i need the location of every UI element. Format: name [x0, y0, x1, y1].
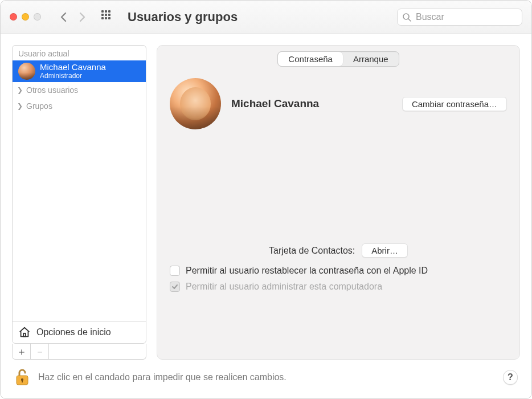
add-remove-row: ＋ －	[12, 344, 146, 360]
login-options-label: Opciones de inicio	[36, 327, 111, 337]
zoom-window-button	[34, 13, 41, 21]
detail-panel: Contraseña Arranque Michael Cavanna Camb…	[157, 45, 520, 360]
lock-icon[interactable]	[14, 368, 30, 387]
allow-appleid-reset-label: Permitir al usuario restablecer la contr…	[186, 266, 428, 276]
minimize-window-button[interactable]	[22, 13, 29, 21]
sidebar-label-other-users: Otros usuarios	[26, 85, 78, 95]
sidebar-section-current-user: Usuario actual	[13, 46, 146, 60]
allow-admin-row: Permitir al usuario administrar esta com…	[170, 282, 507, 292]
allow-admin-checkbox	[170, 282, 180, 292]
forward-button[interactable]	[75, 10, 89, 24]
sidebar-item-other-users[interactable]: ❯ Otros usuarios	[13, 82, 146, 98]
allow-admin-label: Permitir al usuario administrar esta com…	[186, 282, 382, 292]
search-icon	[402, 13, 411, 24]
svg-rect-2	[23, 333, 26, 337]
house-icon	[18, 326, 31, 339]
chevron-right-icon: ❯	[17, 86, 23, 94]
checkbox-section: Permitir al usuario restablecer la contr…	[157, 258, 519, 304]
user-avatar-small	[18, 63, 35, 80]
search-input[interactable]	[397, 9, 522, 26]
content-body: Usuario actual Michael Cavanna Administr…	[1, 34, 531, 398]
tab-bar: Contraseña Arranque	[277, 51, 399, 67]
lock-hint-text: Haz clic en el candado para impedir que …	[38, 372, 287, 382]
sidebar-item-current-user[interactable]: Michael Cavanna Administrador	[13, 60, 146, 82]
close-window-button[interactable]	[10, 13, 17, 21]
tab-startup[interactable]: Arranque	[343, 52, 399, 66]
contacts-card-row: Tarjeta de Contactos: Abrir…	[256, 243, 420, 258]
open-contacts-button[interactable]: Abrir…	[362, 243, 408, 258]
users-groups-prefpane: Usuarios y grupos Usuario actual Michael…	[0, 0, 532, 399]
login-options-button[interactable]: Opciones de inicio	[13, 321, 146, 343]
change-password-button[interactable]: Cambiar contraseña…	[402, 97, 507, 111]
svg-rect-6	[22, 380, 23, 382]
show-all-prefs-button[interactable]	[101, 10, 115, 24]
back-button[interactable]	[57, 10, 71, 24]
user-display-name: Michael Cavanna	[231, 97, 319, 110]
svg-line-1	[408, 19, 411, 21]
sidebar-user-name: Michael Cavanna	[40, 63, 106, 72]
footer-row: Haz clic en el candado para impedir que …	[12, 360, 520, 392]
chevron-right-icon: ❯	[17, 102, 23, 110]
titlebar: Usuarios y grupos	[1, 1, 531, 34]
sidebar-user-role: Administrador	[40, 72, 106, 80]
search-field-container	[397, 9, 522, 26]
contacts-card-label: Tarjeta de Contactos:	[269, 246, 355, 256]
tab-password[interactable]: Contraseña	[278, 52, 343, 66]
help-button[interactable]: ?	[503, 370, 518, 385]
user-avatar-large[interactable]	[170, 78, 221, 129]
allow-appleid-reset-row: Permitir al usuario restablecer la contr…	[170, 266, 507, 276]
users-sidebar: Usuario actual Michael Cavanna Administr…	[12, 45, 146, 344]
remove-user-button: －	[31, 344, 49, 359]
sidebar-label-groups: Grupos	[26, 101, 52, 111]
add-user-button[interactable]: ＋	[13, 344, 31, 359]
window-controls	[10, 13, 41, 21]
user-header-row: Michael Cavanna Cambiar contraseña…	[157, 67, 519, 129]
page-title: Usuarios y grupos	[128, 10, 238, 25]
allow-appleid-reset-checkbox[interactable]	[170, 266, 180, 276]
sidebar-column: Usuario actual Michael Cavanna Administr…	[12, 45, 146, 360]
sidebar-item-groups[interactable]: ❯ Grupos	[13, 98, 146, 114]
